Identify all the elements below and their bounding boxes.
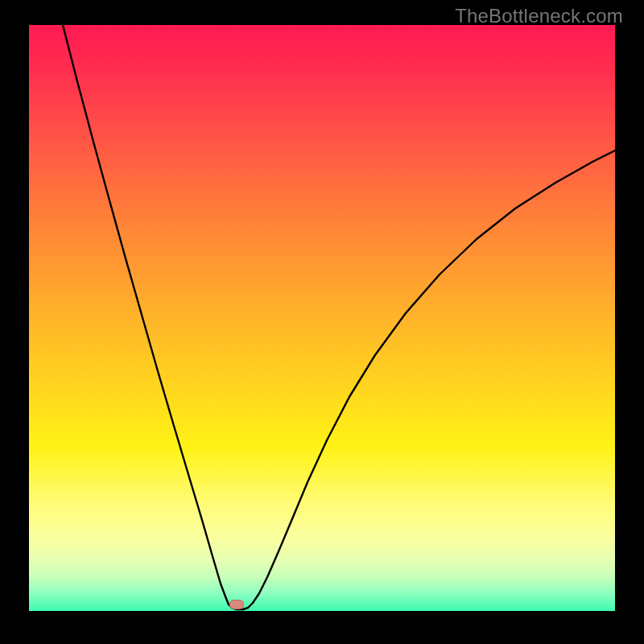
chart-frame bbox=[29, 25, 615, 611]
watermark-text: TheBottleneck.com bbox=[455, 5, 623, 27]
bottleneck-curve bbox=[63, 25, 615, 609]
optimum-marker bbox=[229, 600, 244, 609]
chart-plot-area bbox=[29, 25, 615, 611]
